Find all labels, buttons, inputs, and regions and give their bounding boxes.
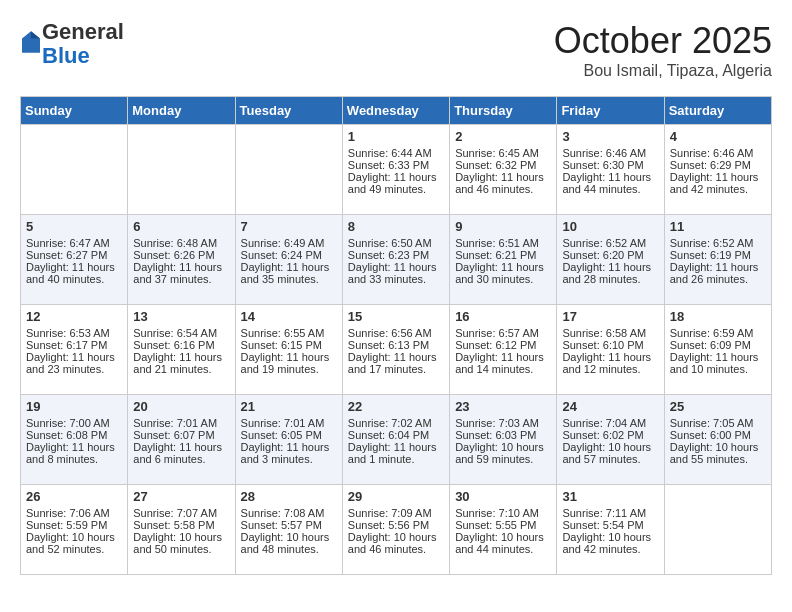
day-info: Sunrise: 7:01 AM [133, 417, 229, 429]
day-info: Daylight: 11 hours and 17 minutes. [348, 351, 444, 375]
calendar-cell: 27Sunrise: 7:07 AMSunset: 5:58 PMDayligh… [128, 485, 235, 575]
day-number: 28 [241, 489, 337, 504]
day-info: Sunset: 6:12 PM [455, 339, 551, 351]
day-info: Sunrise: 6:52 AM [670, 237, 766, 249]
calendar-cell: 10Sunrise: 6:52 AMSunset: 6:20 PMDayligh… [557, 215, 664, 305]
day-info: Sunset: 6:16 PM [133, 339, 229, 351]
day-info: Daylight: 11 hours and 35 minutes. [241, 261, 337, 285]
day-info: Sunset: 5:54 PM [562, 519, 658, 531]
calendar-cell: 30Sunrise: 7:10 AMSunset: 5:55 PMDayligh… [450, 485, 557, 575]
day-info: Sunrise: 6:44 AM [348, 147, 444, 159]
calendar-cell: 11Sunrise: 6:52 AMSunset: 6:19 PMDayligh… [664, 215, 771, 305]
day-number: 14 [241, 309, 337, 324]
day-info: Daylight: 11 hours and 12 minutes. [562, 351, 658, 375]
day-number: 7 [241, 219, 337, 234]
day-info: Sunrise: 7:10 AM [455, 507, 551, 519]
day-info: Daylight: 10 hours and 59 minutes. [455, 441, 551, 465]
day-info: Daylight: 11 hours and 23 minutes. [26, 351, 122, 375]
day-info: Daylight: 11 hours and 28 minutes. [562, 261, 658, 285]
day-number: 31 [562, 489, 658, 504]
day-info: Sunset: 6:10 PM [562, 339, 658, 351]
calendar-cell: 23Sunrise: 7:03 AMSunset: 6:03 PMDayligh… [450, 395, 557, 485]
calendar-cell: 2Sunrise: 6:45 AMSunset: 6:32 PMDaylight… [450, 125, 557, 215]
day-info: Sunrise: 6:48 AM [133, 237, 229, 249]
logo: General Blue [20, 20, 124, 68]
day-info: Sunset: 5:56 PM [348, 519, 444, 531]
calendar-cell: 4Sunrise: 6:46 AMSunset: 6:29 PMDaylight… [664, 125, 771, 215]
weekday-header-row: SundayMondayTuesdayWednesdayThursdayFrid… [21, 97, 772, 125]
calendar-cell [21, 125, 128, 215]
day-number: 12 [26, 309, 122, 324]
day-info: Daylight: 11 hours and 8 minutes. [26, 441, 122, 465]
day-info: Sunrise: 6:52 AM [562, 237, 658, 249]
day-info: Daylight: 11 hours and 30 minutes. [455, 261, 551, 285]
month-title: October 2025 [554, 20, 772, 62]
day-number: 4 [670, 129, 766, 144]
day-info: Sunset: 6:33 PM [348, 159, 444, 171]
calendar-cell: 9Sunrise: 6:51 AMSunset: 6:21 PMDaylight… [450, 215, 557, 305]
day-info: Sunrise: 7:04 AM [562, 417, 658, 429]
day-number: 13 [133, 309, 229, 324]
day-info: Daylight: 11 hours and 6 minutes. [133, 441, 229, 465]
day-info: Sunset: 6:09 PM [670, 339, 766, 351]
day-info: Sunrise: 6:46 AM [562, 147, 658, 159]
day-number: 18 [670, 309, 766, 324]
day-number: 29 [348, 489, 444, 504]
day-info: Sunrise: 7:06 AM [26, 507, 122, 519]
day-number: 27 [133, 489, 229, 504]
day-number: 2 [455, 129, 551, 144]
day-info: Sunrise: 7:09 AM [348, 507, 444, 519]
day-info: Sunset: 6:30 PM [562, 159, 658, 171]
day-number: 6 [133, 219, 229, 234]
day-number: 8 [348, 219, 444, 234]
day-info: Sunrise: 6:47 AM [26, 237, 122, 249]
day-number: 10 [562, 219, 658, 234]
day-number: 19 [26, 399, 122, 414]
day-info: Sunset: 5:57 PM [241, 519, 337, 531]
day-info: Sunset: 6:23 PM [348, 249, 444, 261]
calendar-cell: 24Sunrise: 7:04 AMSunset: 6:02 PMDayligh… [557, 395, 664, 485]
day-info: Sunset: 6:02 PM [562, 429, 658, 441]
week-row-5: 26Sunrise: 7:06 AMSunset: 5:59 PMDayligh… [21, 485, 772, 575]
calendar-cell: 3Sunrise: 6:46 AMSunset: 6:30 PMDaylight… [557, 125, 664, 215]
day-info: Sunset: 5:59 PM [26, 519, 122, 531]
day-info: Daylight: 11 hours and 49 minutes. [348, 171, 444, 195]
day-number: 16 [455, 309, 551, 324]
day-info: Sunrise: 6:49 AM [241, 237, 337, 249]
day-number: 30 [455, 489, 551, 504]
day-info: Sunset: 6:15 PM [241, 339, 337, 351]
calendar-cell [664, 485, 771, 575]
day-info: Daylight: 11 hours and 10 minutes. [670, 351, 766, 375]
day-info: Sunset: 5:55 PM [455, 519, 551, 531]
day-info: Daylight: 11 hours and 14 minutes. [455, 351, 551, 375]
day-info: Sunset: 6:27 PM [26, 249, 122, 261]
calendar-cell: 8Sunrise: 6:50 AMSunset: 6:23 PMDaylight… [342, 215, 449, 305]
weekday-header-monday: Monday [128, 97, 235, 125]
day-info: Sunset: 6:05 PM [241, 429, 337, 441]
day-info: Daylight: 11 hours and 40 minutes. [26, 261, 122, 285]
day-number: 3 [562, 129, 658, 144]
svg-marker-1 [31, 31, 40, 38]
day-number: 17 [562, 309, 658, 324]
week-row-3: 12Sunrise: 6:53 AMSunset: 6:17 PMDayligh… [21, 305, 772, 395]
calendar-table: SundayMondayTuesdayWednesdayThursdayFrid… [20, 96, 772, 575]
day-number: 25 [670, 399, 766, 414]
day-info: Sunrise: 7:03 AM [455, 417, 551, 429]
day-number: 9 [455, 219, 551, 234]
weekday-header-friday: Friday [557, 97, 664, 125]
day-info: Daylight: 10 hours and 44 minutes. [455, 531, 551, 555]
day-info: Sunrise: 6:58 AM [562, 327, 658, 339]
day-info: Daylight: 11 hours and 26 minutes. [670, 261, 766, 285]
calendar-cell: 1Sunrise: 6:44 AMSunset: 6:33 PMDaylight… [342, 125, 449, 215]
day-info: Daylight: 10 hours and 52 minutes. [26, 531, 122, 555]
day-info: Sunrise: 6:45 AM [455, 147, 551, 159]
day-info: Sunrise: 6:51 AM [455, 237, 551, 249]
page-header: General Blue October 2025 Bou Ismail, Ti… [20, 20, 772, 80]
calendar-cell: 18Sunrise: 6:59 AMSunset: 6:09 PMDayligh… [664, 305, 771, 395]
weekday-header-tuesday: Tuesday [235, 97, 342, 125]
day-info: Sunrise: 7:11 AM [562, 507, 658, 519]
calendar-cell [235, 125, 342, 215]
calendar-cell: 20Sunrise: 7:01 AMSunset: 6:07 PMDayligh… [128, 395, 235, 485]
day-info: Sunset: 6:19 PM [670, 249, 766, 261]
logo-general: General [42, 19, 124, 44]
